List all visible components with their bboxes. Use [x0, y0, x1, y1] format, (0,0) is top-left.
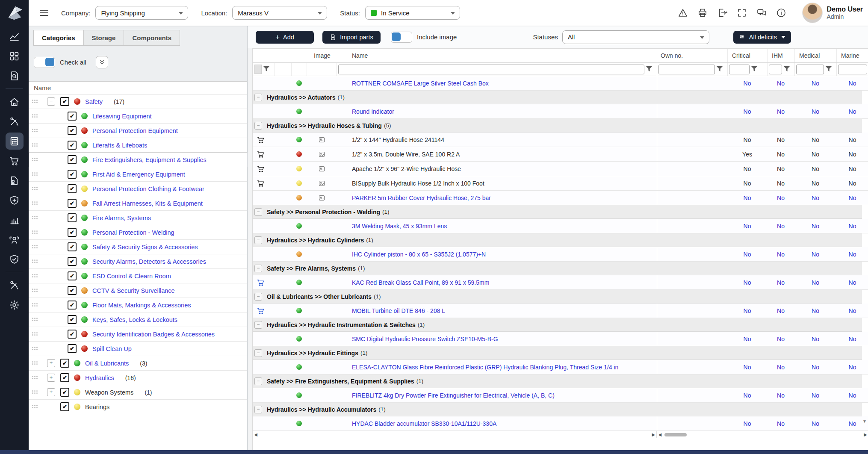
part-name-link[interactable]: 3M Welding Mask, 45 x 93mm Lens [337, 219, 657, 233]
part-name-link[interactable]: IHC Cylinder piston - 80 x 65 - S355J2 (… [337, 247, 657, 261]
category-label[interactable]: Personal Protection Equipment [92, 127, 178, 134]
expand-all-button[interactable] [96, 56, 108, 68]
category-label[interactable]: Keys, Safes, Locks & Lockouts [92, 316, 177, 323]
drag-handle-icon[interactable] [32, 390, 38, 395]
sidebar-item-certificates[interactable] [6, 172, 24, 189]
category-checkbox[interactable]: ✔ [68, 155, 77, 164]
tree-row[interactable]: ✔Fall Arrest Harnesses, Kits & Equipment [29, 196, 247, 211]
category-label[interactable]: Personal Protection - Welding [92, 229, 174, 236]
drag-handle-icon[interactable] [32, 361, 38, 366]
filter-funnel-icon[interactable] [646, 66, 654, 73]
drag-handle-icon[interactable] [32, 318, 38, 322]
tree-row[interactable]: ✔CCTV & Security Surveillance [29, 283, 247, 298]
status-select[interactable]: In Service [365, 6, 460, 20]
part-row[interactable]: KAC Red Break Glass Call Point, 89 x 91 … [253, 275, 868, 290]
category-checkbox[interactable]: ✔ [68, 330, 77, 339]
tree-row[interactable]: +✔Weapon Systems(1) [29, 385, 247, 400]
sidebar-item-cart[interactable] [6, 152, 24, 169]
category-checkbox[interactable]: ✔ [68, 257, 77, 266]
drag-handle-icon[interactable] [32, 303, 38, 307]
cart-icon[interactable] [257, 136, 265, 144]
scroll-down-icon[interactable]: ▼ [862, 419, 867, 424]
scroll-left-icon[interactable]: ◀ [253, 432, 259, 437]
part-name-link[interactable]: MOBIL Turbine oil DTE 846 - 208 L [337, 304, 657, 318]
category-checkbox[interactable]: ✔ [68, 213, 77, 222]
collapse-icon[interactable]: − [47, 97, 55, 106]
drag-handle-icon[interactable] [32, 100, 38, 104]
company-select[interactable]: Flying Shipping [95, 6, 188, 20]
category-checkbox[interactable]: ✔ [68, 184, 77, 193]
collapse-icon[interactable]: − [254, 321, 262, 329]
export-icon[interactable] [717, 8, 727, 18]
drag-handle-icon[interactable] [32, 259, 38, 264]
tree-row[interactable]: ✔Safety & Security Signs & Accessories [29, 240, 247, 254]
category-checkbox[interactable]: ✔ [68, 141, 77, 150]
app-logo-icon[interactable] [0, 0, 29, 27]
drag-handle-icon[interactable] [32, 158, 38, 162]
category-checkbox[interactable]: ✔ [68, 271, 77, 280]
category-label[interactable]: Liferafts & Lifeboats [92, 142, 147, 149]
drag-handle-icon[interactable] [32, 405, 38, 409]
part-name-link[interactable]: Apache 1/2" x 96" 2-Wire Hydraulic Hose [337, 162, 657, 176]
part-row[interactable]: FIREBLITZ 4kg Dry Powder Fire Extinguish… [253, 388, 868, 403]
drag-handle-icon[interactable] [32, 332, 38, 336]
category-checkbox[interactable]: ✔ [68, 170, 77, 179]
category-label[interactable]: Spill Clean Up [92, 345, 132, 352]
category-checkbox[interactable]: ✔ [60, 373, 69, 382]
category-label[interactable]: Safety [85, 98, 103, 105]
part-name-link[interactable]: BISupply Bulk Hydraulic Hose 1/2 Inch x … [337, 176, 657, 190]
image-thumbnail-icon[interactable] [318, 195, 325, 201]
sidebar-item-shield-check[interactable] [6, 251, 24, 268]
category-label[interactable]: Lifesaving Equipment [92, 113, 152, 120]
sidebar-item-dashboard[interactable] [6, 47, 24, 65]
category-label[interactable]: Security Alarms, Detectors & Accessories [92, 258, 206, 265]
category-checkbox[interactable]: ✔ [68, 228, 77, 237]
collapse-icon[interactable]: − [254, 236, 262, 244]
scrollbar-thumb[interactable] [664, 433, 687, 436]
tree-row[interactable]: ✔Personal Protection Equipment [29, 124, 247, 138]
drag-handle-icon[interactable] [32, 274, 38, 278]
own-no-filter-input[interactable] [658, 65, 715, 74]
chat-icon[interactable] [756, 8, 767, 18]
part-row[interactable]: IHC Cylinder piston - 80 x 65 - S355J2 (… [253, 247, 868, 262]
collapse-icon[interactable]: − [254, 94, 262, 101]
expand-icon[interactable]: + [47, 359, 55, 367]
ihm-filter-input[interactable] [769, 65, 782, 74]
category-checkbox[interactable]: ✔ [68, 286, 77, 295]
drag-handle-icon[interactable] [32, 129, 38, 133]
category-label[interactable]: Security Identification Badges & Accesso… [92, 331, 215, 338]
tree-row[interactable]: ✔Security Alarms, Detectors & Accessorie… [29, 254, 247, 269]
collapse-icon[interactable]: − [254, 208, 262, 216]
cart-icon[interactable] [257, 150, 265, 158]
image-thumbnail-icon[interactable] [318, 165, 325, 172]
category-checkbox[interactable]: ✔ [68, 315, 77, 324]
drag-handle-icon[interactable] [32, 376, 38, 380]
tree-row[interactable]: ✔Keys, Safes, Locks & Lockouts [29, 312, 247, 327]
collapse-icon[interactable]: − [254, 377, 262, 385]
part-row[interactable]: HYDAC Bladder accumulator SB330-10A1/112… [253, 416, 868, 431]
part-row[interactable]: 1/2" x 144" Hydraulic Hose 241144NoNoNoN… [253, 133, 868, 147]
tree-row[interactable]: ✔Lifesaving Equipment [29, 109, 247, 124]
part-row[interactable]: ELESA-CLAYTON Glass Fibre Reinforced Pla… [253, 360, 868, 374]
critical-filter-input[interactable] [729, 65, 750, 74]
group-row[interactable]: −Hydraulics >> Actuators(1) [253, 91, 862, 104]
category-label[interactable]: ESD Control & Clearn Room [92, 273, 171, 280]
category-label[interactable]: Safety & Security Signs & Accessories [92, 244, 198, 251]
category-checkbox[interactable]: ✔ [68, 344, 77, 353]
info-icon[interactable] [776, 8, 786, 18]
image-thumbnail-icon[interactable] [318, 136, 325, 143]
drag-handle-icon[interactable] [32, 289, 38, 293]
col-critical[interactable]: Critical [727, 49, 767, 62]
category-label[interactable]: Floor Mats, Markings & Accessories [92, 302, 191, 309]
add-button[interactable]: + Add [256, 31, 314, 44]
part-name-link[interactable]: SMC Digital Hydraulic Pressure Switch ZS… [337, 332, 657, 346]
user-menu[interactable]: Demo User Admin [802, 3, 863, 23]
part-row[interactable]: SMC Digital Hydraulic Pressure Switch ZS… [253, 332, 868, 346]
tree-row[interactable]: ✔Personal Protection - Welding [29, 225, 247, 240]
image-thumbnail-icon[interactable] [318, 180, 325, 187]
col-marine[interactable]: Marine [836, 49, 868, 62]
sidebar-item-shield-plus[interactable] [6, 192, 24, 209]
left-pane-scrollbar[interactable]: ◀ ▶ [253, 431, 657, 438]
category-checkbox[interactable]: ✔ [68, 126, 77, 135]
fullscreen-icon[interactable] [737, 8, 747, 18]
